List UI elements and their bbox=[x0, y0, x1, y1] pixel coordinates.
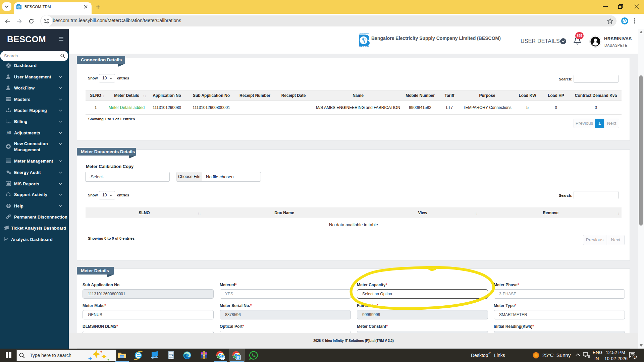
svg-text:BESCOM: BESCOM bbox=[359, 45, 369, 48]
svg-text:A: A bbox=[6, 130, 10, 135]
svg-text:5: 5 bbox=[634, 355, 636, 359]
